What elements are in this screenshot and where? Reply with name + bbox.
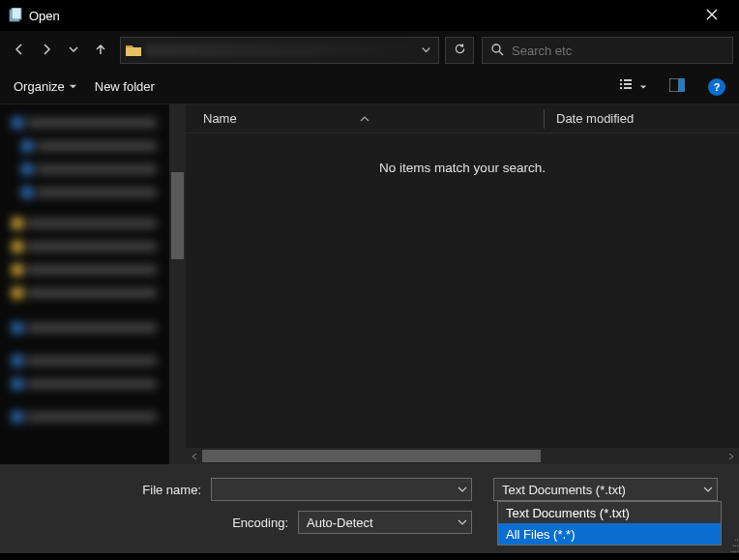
- svg-line-5: [499, 51, 503, 55]
- filetype-selected: Text Documents (*.txt): [502, 483, 703, 497]
- chevron-down-icon: [421, 44, 431, 58]
- svg-rect-11: [624, 87, 632, 89]
- file-list-pane: Name Date modified No items match your s…: [186, 104, 739, 464]
- preview-pane-icon: [669, 78, 685, 95]
- filename-label: File name:: [17, 483, 211, 497]
- close-icon: [706, 9, 718, 23]
- scroll-left-icon[interactable]: [186, 448, 202, 464]
- refresh-button[interactable]: [445, 37, 474, 64]
- caret-down-icon: [69, 79, 77, 94]
- navigation-pane[interactable]: [0, 104, 186, 464]
- address-path: [146, 44, 413, 57]
- help-button[interactable]: ?: [708, 78, 725, 96]
- scrollbar-thumb[interactable]: [202, 450, 541, 462]
- filetype-combo[interactable]: Text Documents (*.txt): [493, 478, 718, 501]
- search-icon: [490, 43, 504, 59]
- address-bar[interactable]: [120, 37, 439, 64]
- arrow-left-icon: [13, 43, 26, 59]
- filename-combo[interactable]: [211, 478, 472, 501]
- folder-tree: [12, 112, 157, 457]
- forward-button[interactable]: [33, 36, 60, 65]
- scrollbar-thumb[interactable]: [171, 172, 184, 259]
- column-name-label: Name: [203, 111, 237, 126]
- svg-point-4: [492, 44, 500, 52]
- view-list-icon: [619, 78, 636, 95]
- window-title: Open: [29, 9, 60, 23]
- content-h-scrollbar[interactable]: [186, 448, 739, 464]
- recent-locations-button[interactable]: [60, 36, 87, 65]
- up-button[interactable]: [87, 36, 114, 65]
- new-folder-button[interactable]: New folder: [95, 79, 155, 94]
- view-options-button[interactable]: [619, 75, 646, 99]
- column-header-name[interactable]: Name: [186, 111, 544, 126]
- organize-button[interactable]: Organize: [14, 79, 77, 94]
- close-button[interactable]: [693, 2, 731, 29]
- app-icon: [8, 8, 23, 23]
- chevron-down-icon: [67, 43, 80, 59]
- chevron-down-icon: [458, 516, 467, 530]
- svg-rect-7: [620, 83, 622, 85]
- back-button[interactable]: [6, 36, 33, 65]
- help-glyph: ?: [714, 81, 721, 93]
- preview-pane-button[interactable]: [664, 75, 691, 99]
- svg-rect-10: [624, 83, 632, 85]
- search-input[interactable]: [512, 44, 724, 58]
- encoding-label: Encoding:: [17, 516, 298, 530]
- chevron-down-icon: [458, 483, 467, 497]
- column-date-label: Date modified: [556, 111, 634, 126]
- svg-rect-1: [12, 8, 21, 19]
- refresh-icon: [454, 43, 466, 58]
- new-folder-label: New folder: [95, 79, 155, 94]
- scroll-right-icon[interactable]: [723, 448, 739, 464]
- filetype-option[interactable]: Text Documents (*.txt): [498, 502, 721, 523]
- chevron-down-icon: [703, 483, 713, 497]
- encoding-combo[interactable]: Auto-Detect: [298, 511, 472, 534]
- organize-label: Organize: [14, 79, 65, 94]
- empty-message: No items match your search.: [186, 133, 739, 175]
- arrow-up-icon: [94, 43, 107, 59]
- filetype-dropdown-list[interactable]: Text Documents (*.txt)All Files (*.*): [497, 501, 722, 545]
- address-dropdown[interactable]: [417, 44, 434, 58]
- filetype-option[interactable]: All Files (*.*): [498, 523, 721, 545]
- svg-rect-9: [624, 79, 632, 81]
- svg-rect-6: [620, 79, 622, 81]
- nav-scrollbar[interactable]: [169, 104, 186, 464]
- folder-icon: [125, 43, 142, 58]
- encoding-value: Auto-Detect: [307, 516, 458, 530]
- caret-down-icon: [639, 79, 647, 94]
- column-header-date-modified[interactable]: Date modified: [545, 111, 739, 126]
- resize-grip-icon: . .. . .. . . .: [730, 534, 737, 551]
- sort-indicator-icon: [360, 110, 370, 125]
- svg-rect-8: [620, 87, 622, 89]
- search-box[interactable]: [482, 37, 733, 64]
- svg-rect-13: [678, 78, 685, 92]
- arrow-right-icon: [40, 43, 53, 59]
